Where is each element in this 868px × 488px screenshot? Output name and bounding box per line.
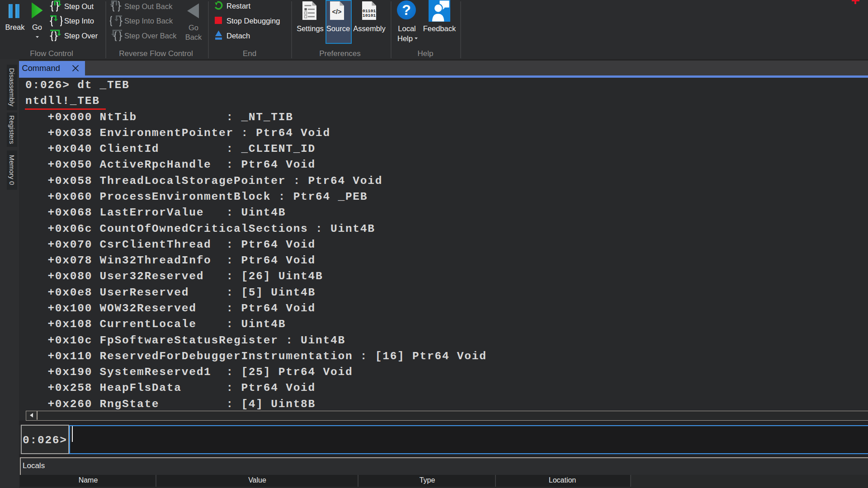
svg-text:</>: </> [332, 8, 342, 15]
svg-text:10101: 10101 [363, 13, 376, 18]
